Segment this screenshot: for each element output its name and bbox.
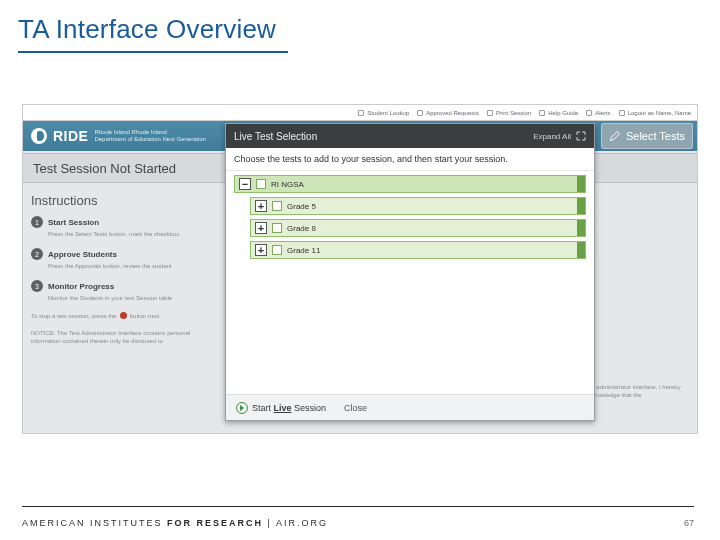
tree-label: Grade 11 [287, 246, 320, 255]
step-title: Monitor Progress [48, 282, 114, 291]
toolbar-item-approved-requests[interactable]: Approved Requests [417, 110, 479, 116]
step-title: Start Session [48, 218, 99, 227]
session-status-text: Test Session Not Started [33, 161, 176, 176]
select-tests-label: Select Tests [626, 130, 685, 142]
footer-org: AMERICAN INSTITUTES FOR RESEARCH | AIR.O… [22, 518, 328, 528]
modal-header: Live Test Selection Expand All [226, 124, 594, 148]
top-toolbar: Student Lookup Approved Requests Print S… [23, 105, 697, 121]
collapse-toggle[interactable]: − [239, 178, 251, 190]
toolbar-label: Help Guide [548, 110, 578, 116]
toolbar-label: Student Lookup [367, 110, 409, 116]
logout-icon [619, 110, 625, 116]
ride-logo-icon [31, 128, 47, 144]
test-tree: − RI NGSA + Grade 5 [226, 171, 594, 394]
slide-number: 67 [684, 518, 694, 528]
toolbar-item-alerts[interactable]: Alerts [586, 110, 610, 116]
toolbar-label: Alerts [595, 110, 610, 116]
checkbox[interactable] [256, 179, 266, 189]
expand-toggle[interactable]: + [255, 200, 267, 212]
ride-subtitle: Rhode Island Rhode IslandDepartment of E… [94, 129, 206, 143]
modal-title: Live Test Selection [234, 131, 317, 142]
step-number-badge: 1 [31, 216, 43, 228]
checkbox[interactable] [272, 223, 282, 233]
close-button[interactable]: Close [344, 403, 367, 413]
tree-label: Grade 8 [287, 224, 316, 233]
step-title: Approve Students [48, 250, 117, 259]
slide-footer: AMERICAN INSTITUTES FOR RESEARCH | AIR.O… [0, 506, 720, 540]
tree-label: RI NGSA [271, 180, 304, 189]
step-body: Press the Approvals button, review the s… [48, 262, 217, 270]
expand-toggle[interactable]: + [255, 222, 267, 234]
toolbar-item-help-guide[interactable]: Help Guide [539, 110, 578, 116]
play-icon [236, 402, 248, 414]
title-underline [18, 51, 288, 53]
help-icon [539, 110, 545, 116]
tree-row-child: + Grade 8 [250, 219, 586, 237]
slide-title: TA Interface Overview [0, 0, 720, 51]
checkbox[interactable] [272, 245, 282, 255]
step-number-badge: 2 [31, 248, 43, 260]
instruction-step: 2 Approve Students Press the Approvals b… [31, 248, 217, 270]
tree-row-root: − RI NGSA [234, 175, 586, 193]
toolbar-item-logout[interactable]: Logout as Name, Name [619, 110, 691, 116]
tree-row-child: + Grade 11 [250, 241, 586, 259]
toolbar-item-print-session[interactable]: Print Session [487, 110, 531, 116]
notice-text-right: test administrator interface, I hereby a… [585, 383, 691, 399]
lookup-icon [358, 110, 364, 116]
modal-subtitle: Choose the tests to add to your session,… [226, 148, 594, 171]
alerts-icon [586, 110, 592, 116]
toolbar-item-student-lookup[interactable]: Student Lookup [358, 110, 409, 116]
checkbox[interactable] [272, 201, 282, 211]
live-test-selection-modal: Live Test Selection Expand All Choose th… [225, 123, 595, 421]
step-body: Press the Select Tests button, mark the … [48, 230, 217, 238]
instructions-panel: Instructions 1 Start Session Press the S… [23, 185, 225, 433]
print-icon [487, 110, 493, 116]
instruction-step: 1 Start Session Press the Select Tests b… [31, 216, 217, 238]
stop-session-hint: To stop a test session, press the button… [31, 312, 217, 319]
app-screenshot: Student Lookup Approved Requests Print S… [22, 104, 698, 434]
step-number-badge: 3 [31, 280, 43, 292]
pencil-icon [609, 130, 621, 142]
select-tests-button[interactable]: Select Tests [601, 123, 693, 149]
toolbar-label: Approved Requests [426, 110, 479, 116]
approved-icon [417, 110, 423, 116]
expand-toggle[interactable]: + [255, 244, 267, 256]
start-live-session-button[interactable]: Start Live Session [236, 402, 326, 414]
expand-icon[interactable] [576, 131, 586, 141]
step-body: Monitor the Students in your test Sessio… [48, 294, 217, 302]
instruction-step: 3 Monitor Progress Monitor the Students … [31, 280, 217, 302]
notice-text-left: NOTICE: The Test Administrator Interface… [31, 329, 217, 345]
modal-footer: Start Live Session Close [226, 394, 594, 420]
stop-icon [120, 312, 127, 319]
toolbar-label: Print Session [496, 110, 531, 116]
toolbar-label: Logout as Name, Name [628, 110, 691, 116]
tree-row-child: + Grade 5 [250, 197, 586, 215]
instructions-heading: Instructions [31, 193, 217, 208]
expand-all-link[interactable]: Expand All [533, 132, 571, 141]
ride-brand: RIDE [53, 128, 88, 144]
tree-label: Grade 5 [287, 202, 316, 211]
